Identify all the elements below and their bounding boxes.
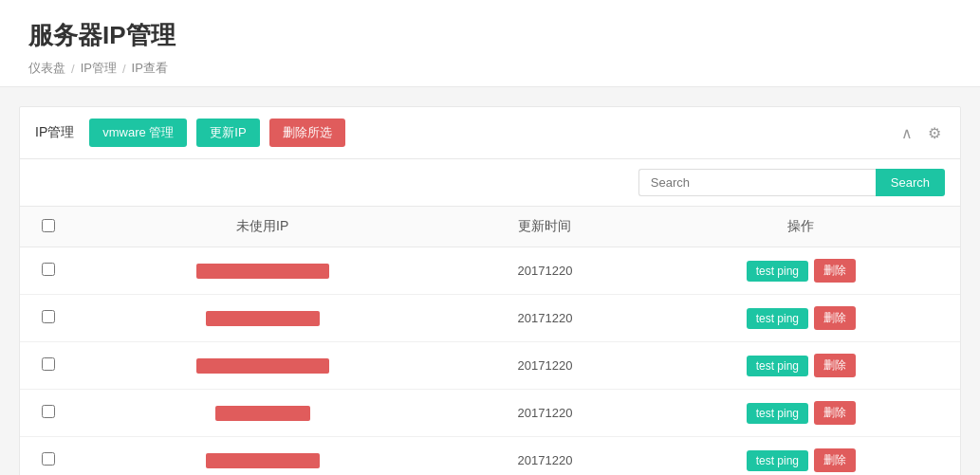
row-checkbox[interactable] (42, 357, 55, 371)
row-ip-cell (77, 342, 448, 390)
action-btns: test ping 删除 (657, 401, 945, 425)
ip-redacted (196, 264, 329, 279)
search-input[interactable] (638, 169, 876, 196)
breadcrumb: 仪表盘 / IP管理 / IP查看 (28, 60, 952, 77)
row-action-cell: test ping 删除 (642, 437, 960, 476)
test-ping-button[interactable]: test ping (747, 356, 808, 376)
delete-selected-button[interactable]: 删除所选 (269, 119, 345, 147)
table-row: 20171220 test ping 删除 (20, 247, 960, 295)
table-row: 20171220 test ping 删除 (20, 342, 960, 390)
delete-button[interactable]: 删除 (814, 354, 856, 377)
row-action-cell: test ping 删除 (642, 295, 960, 342)
ip-redacted (206, 311, 320, 326)
action-btns: test ping 删除 (657, 259, 945, 283)
search-button[interactable]: Search (876, 169, 945, 196)
col-checkbox (20, 207, 77, 247)
row-action-cell: test ping 删除 (642, 342, 960, 390)
test-ping-button[interactable]: test ping (747, 261, 808, 282)
content-area: IP管理 vmware 管理 更新IP 删除所选 ∧ ⚙ Search 未使用I… (19, 106, 961, 475)
breadcrumb-sep-2: / (122, 62, 126, 76)
toolbar-left: IP管理 vmware 管理 更新IP 删除所选 (35, 119, 345, 147)
test-ping-button[interactable]: test ping (747, 308, 808, 329)
table-row: 20171220 test ping 删除 (20, 295, 960, 342)
toolbar-section-label: IP管理 (35, 124, 74, 141)
row-date-cell: 20171220 (448, 437, 641, 476)
toolbar-right: ∧ ⚙ (897, 122, 945, 144)
col-update-time: 更新时间 (448, 207, 641, 247)
breadcrumb-current: IP查看 (132, 60, 168, 77)
delete-button[interactable]: 删除 (814, 448, 856, 472)
row-checkbox-cell (20, 247, 77, 295)
row-checkbox[interactable] (42, 405, 55, 418)
col-unused-ip: 未使用IP (77, 207, 448, 247)
row-ip-cell (77, 295, 448, 342)
row-checkbox-cell (20, 342, 77, 390)
row-date-cell: 20171220 (448, 342, 641, 390)
ip-redacted (215, 406, 310, 421)
row-checkbox-cell (20, 437, 77, 476)
breadcrumb-sep-1: / (71, 62, 75, 76)
page-title: 服务器IP管理 (28, 19, 952, 52)
collapse-icon[interactable]: ∧ (897, 122, 916, 144)
settings-icon[interactable]: ⚙ (924, 122, 945, 144)
page-header: 服务器IP管理 仪表盘 / IP管理 / IP查看 (0, 0, 980, 87)
action-btns: test ping 删除 (657, 448, 945, 472)
col-actions: 操作 (642, 207, 960, 247)
table-header-row: 未使用IP 更新时间 操作 (20, 207, 960, 247)
row-checkbox[interactable] (42, 263, 55, 276)
row-checkbox-cell (20, 295, 77, 342)
ip-redacted (196, 358, 329, 374)
row-action-cell: test ping 删除 (642, 390, 960, 437)
row-ip-cell (77, 390, 448, 437)
action-btns: test ping 删除 (657, 306, 945, 330)
breadcrumb-dashboard[interactable]: 仪表盘 (28, 60, 65, 77)
action-btns: test ping 删除 (657, 354, 945, 377)
table-row: 20171220 test ping 删除 (20, 437, 960, 476)
row-date-cell: 20171220 (448, 247, 641, 295)
update-ip-button[interactable]: 更新IP (196, 119, 259, 147)
row-checkbox[interactable] (42, 310, 55, 323)
ip-redacted (206, 453, 320, 468)
test-ping-button[interactable]: test ping (747, 450, 808, 471)
row-date-cell: 20171220 (448, 295, 641, 342)
row-ip-cell (77, 437, 448, 476)
delete-button[interactable]: 删除 (814, 401, 856, 425)
row-checkbox[interactable] (42, 452, 55, 466)
search-bar: Search (20, 159, 960, 206)
row-checkbox-cell (20, 390, 77, 437)
test-ping-button[interactable]: test ping (747, 403, 808, 424)
row-action-cell: test ping 删除 (642, 247, 960, 295)
breadcrumb-ip-manage[interactable]: IP管理 (81, 60, 117, 77)
vmware-manage-button[interactable]: vmware 管理 (89, 119, 187, 147)
ip-table: 未使用IP 更新时间 操作 20171220 test ping 删除 (20, 206, 960, 475)
toolbar: IP管理 vmware 管理 更新IP 删除所选 ∧ ⚙ (20, 107, 960, 159)
select-all-checkbox[interactable] (42, 219, 55, 232)
delete-button[interactable]: 删除 (814, 259, 856, 283)
row-ip-cell (77, 247, 448, 295)
delete-button[interactable]: 删除 (814, 306, 856, 330)
table-row: 20171220 test ping 删除 (20, 390, 960, 437)
row-date-cell: 20171220 (448, 390, 641, 437)
